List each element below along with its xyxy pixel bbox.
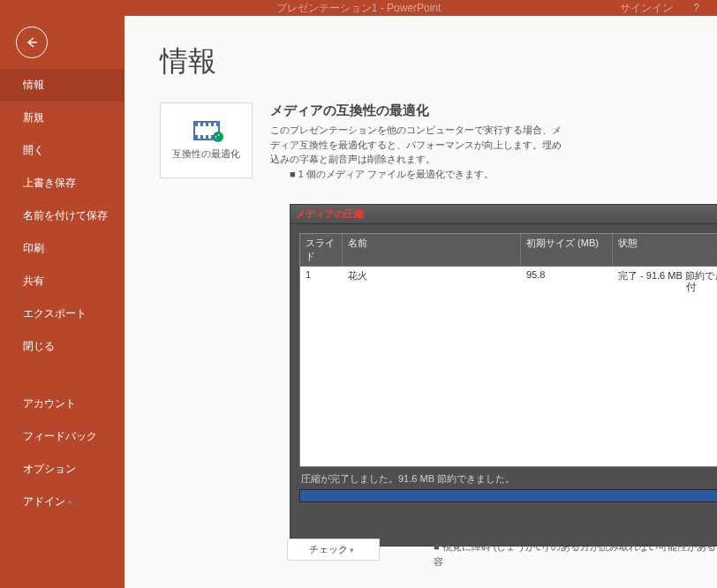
sidebar-item-label: エクスポート <box>23 307 87 320</box>
sidebar-item-info[interactable]: 情報 <box>0 69 125 102</box>
optimize-bullet: ■ 1 個のメディア ファイルを最適化できます。 <box>290 167 581 182</box>
help-button[interactable]: ? <box>693 2 699 14</box>
cell-size: 95.8 <box>521 267 613 285</box>
col-size: 初期サイズ (MB) <box>521 234 613 266</box>
arrow-left-icon <box>24 34 40 50</box>
dialog-titlebar[interactable]: メディアの圧縮 ? ✕ <box>291 205 717 224</box>
media-compress-dialog: メディアの圧縮 ? ✕ スライド 名前 初期サイズ (MB) 状態 1 花火 9… <box>290 204 717 547</box>
page-title: 情報 <box>160 42 717 81</box>
sidebar-item-label: 共有 <box>23 275 44 287</box>
dialog-status-text: 圧縮が完了しました。91.6 MB 節約できました。 <box>299 467 717 489</box>
sidebar-item-account[interactable]: アカウント <box>0 388 125 420</box>
optimize-desc: このプレゼンテーションを他のコンピューターで実行する場合、メディア互換性を最適化… <box>270 123 562 167</box>
sidebar-item-addins[interactable]: アドイン <box>0 486 125 518</box>
cell-name: 花火 <box>343 267 521 285</box>
col-name: 名前 <box>343 234 521 266</box>
grid-row[interactable]: 1 花火 95.8 完了 - 91.6 MB 節約できました <box>300 267 717 285</box>
sidebar-item-export[interactable]: エクスポート <box>0 298 125 330</box>
app-title: プレゼンテーション1 - PowerPoint <box>276 1 442 16</box>
partial-label: 付 <box>686 280 697 295</box>
sidebar-item-label: アドイン <box>23 495 72 508</box>
optimize-compatibility-button[interactable]: ✔ 互換性の最適化 <box>160 102 253 178</box>
sidebar-item-open[interactable]: 開く <box>0 134 125 167</box>
sidebar-item-label: 印刷 <box>23 242 44 254</box>
sidebar-item-feedback[interactable]: フィードバック <box>0 420 125 453</box>
cell-status: 完了 - 91.6 MB 節約できました <box>613 267 717 285</box>
optimize-heading: メディアの互換性の最適化 <box>270 102 699 119</box>
sidebar-item-options[interactable]: オプション <box>0 453 125 486</box>
sidebar-item-label: 新規 <box>23 111 44 124</box>
sidebar-item-label: 情報 <box>23 79 44 91</box>
sidebar-item-label: 開く <box>23 144 44 156</box>
tile-label: 互換性の最適化 <box>172 147 240 161</box>
check-issues-button[interactable]: チェック <box>287 539 380 561</box>
progress-bar <box>299 489 717 502</box>
back-button[interactable] <box>16 26 48 58</box>
sidebar-item-save[interactable]: 上書き保存 <box>0 167 125 200</box>
info-pane: 情報 ✔ 互換性の最適化 メディアの互換性の最適化 このプレゼンテーションを他の… <box>125 16 717 588</box>
grid-header: スライド 名前 初期サイズ (MB) 状態 <box>300 234 717 267</box>
cell-slide: 1 <box>300 267 343 285</box>
sidebar-item-share[interactable]: 共有 <box>0 265 125 298</box>
dialog-title: メディアの圧縮 <box>296 207 717 221</box>
accessibility-text: ■ 視覚に障碍 (しょうがい) のある方が読み取れない可能性がある内容 <box>414 539 717 569</box>
sidebar-item-label: 名前を付けて保存 <box>23 209 108 222</box>
sidebar-item-label: 上書き保存 <box>23 177 76 189</box>
sidebar-item-label: アカウント <box>23 397 76 410</box>
col-status: 状態 <box>613 234 717 266</box>
optimize-section: ✔ 互換性の最適化 メディアの互換性の最適化 このプレゼンテーションを他のコンピ… <box>160 102 717 181</box>
film-icon: ✔ <box>193 121 220 140</box>
signin-link[interactable]: サインイン <box>620 1 673 16</box>
optimize-description: メディアの互換性の最適化 このプレゼンテーションを他のコンピューターで実行する場… <box>270 102 717 181</box>
sidebar-item-print[interactable]: 印刷 <box>0 232 125 265</box>
sidebar-item-saveas[interactable]: 名前を付けて保存 <box>0 200 125 232</box>
sidebar-item-close[interactable]: 閉じる <box>0 330 125 363</box>
check-label: チェック <box>309 543 355 556</box>
app-titlebar: プレゼンテーション1 - PowerPoint サインイン ? <box>0 0 717 16</box>
sidebar-item-label: オプション <box>23 463 76 475</box>
compress-results-grid: スライド 名前 初期サイズ (MB) 状態 1 花火 95.8 完了 - 91.… <box>299 233 717 467</box>
sidebar-item-label: 閉じる <box>23 340 55 352</box>
sidebar-item-new[interactable]: 新規 <box>0 102 125 134</box>
col-slide: スライド <box>300 234 343 266</box>
sidebar-item-label: フィードバック <box>23 430 97 442</box>
backstage-sidebar: 情報 新規 開く 上書き保存 名前を付けて保存 印刷 共有 エクスポート 閉じる… <box>0 16 125 588</box>
